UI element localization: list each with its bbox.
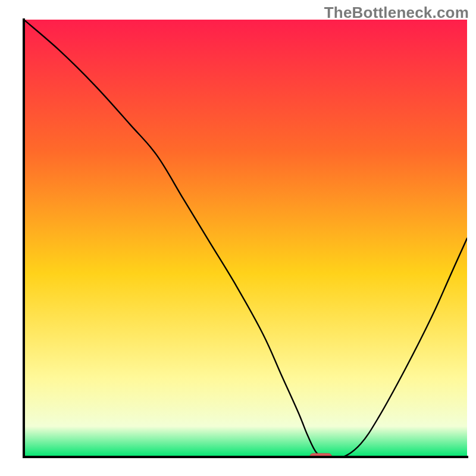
plot-background bbox=[24, 20, 467, 457]
chart-stage: TheBottleneck.com bbox=[0, 0, 476, 476]
chart-svg bbox=[0, 0, 476, 476]
watermark-text: TheBottleneck.com bbox=[324, 4, 469, 22]
